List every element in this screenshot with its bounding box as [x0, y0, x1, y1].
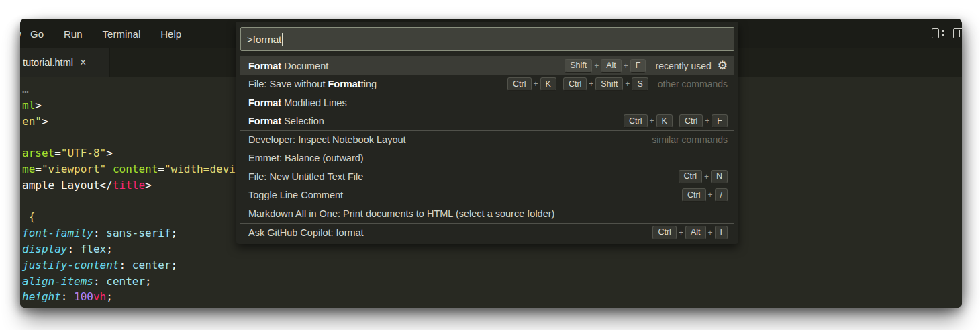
- code-token: title: [113, 179, 145, 192]
- split-editor-bar: [959, 30, 960, 37]
- tab-label: tutorial.html: [23, 57, 73, 68]
- customize-layout-dot: [942, 30, 944, 32]
- key-separator: +: [624, 61, 628, 71]
- code-token: >: [35, 99, 42, 112]
- keycap: Ctrl: [652, 226, 676, 239]
- command-text: Developer: Inspect Notebook Layout: [248, 134, 406, 145]
- group-label: other commands: [658, 79, 728, 89]
- command-row[interactable]: Markdown All in One: Print documents to …: [240, 204, 734, 223]
- text-cursor: [282, 33, 283, 46]
- command-row[interactable]: File: New Untitled Text FileCtrl+N: [240, 167, 734, 186]
- keybinding: Shift+Alt+F: [565, 59, 646, 73]
- command-match-highlight: Format: [248, 116, 281, 126]
- key-separator: +: [704, 172, 709, 181]
- group-label: similar commands: [652, 134, 728, 145]
- code-token: justify-content: [22, 259, 119, 272]
- command-palette-input[interactable]: >format: [240, 27, 734, 51]
- keybinding-chord: Ctrl+/: [682, 188, 728, 202]
- split-editor-rect: [953, 28, 962, 38]
- command-text: Toggle Line Comment: [248, 190, 343, 200]
- keybinding-chord: Ctrl+Alt+I: [652, 226, 728, 239]
- code-token: 100: [67, 290, 93, 303]
- keycap: Shift: [595, 77, 623, 91]
- menu-item-terminal[interactable]: Terminal: [95, 25, 149, 43]
- code-token: "viewport": [42, 163, 106, 175]
- menu-item-help[interactable]: Help: [152, 25, 189, 43]
- code-line: height: 100vh;: [22, 289, 962, 305]
- code-token: ;: [171, 259, 178, 272]
- key-separator: +: [679, 228, 683, 237]
- customize-layout-icon[interactable]: [932, 28, 944, 38]
- command-label: File: Save without Formatting: [248, 79, 499, 89]
- code-token: </: [100, 179, 113, 192]
- code-token: >: [106, 147, 113, 159]
- keybinding: Ctrl+N: [679, 170, 728, 183]
- keybinding: Ctrl+KCtrl+F: [624, 114, 728, 128]
- tab-tutorial-html[interactable]: tutorial.html ×: [20, 48, 110, 77]
- command-text: Markdown All in One: Print documents to …: [248, 208, 554, 219]
- command-label: File: New Untitled Text File: [248, 171, 671, 182]
- command-row[interactable]: Emmet: Balance (outward): [240, 149, 734, 168]
- keycap: N: [711, 170, 728, 183]
- command-match-highlight: Format: [248, 97, 281, 108]
- command-label: Toggle Line Comment: [248, 190, 674, 200]
- key-separator: +: [534, 79, 538, 89]
- command-text: Selection: [281, 116, 324, 126]
- code-token: flex: [74, 243, 106, 255]
- group-label: recently used: [655, 60, 711, 71]
- keybinding: Ctrl+Alt+I: [652, 226, 728, 239]
- command-text: Document: [281, 60, 328, 71]
- command-row[interactable]: Developer: Inspect Notebook Layoutsimila…: [240, 130, 734, 149]
- code-token: ;: [81, 306, 87, 308]
- command-row[interactable]: Format DocumentShift+Alt+Frecently used⚙: [240, 56, 734, 75]
- code-token: >: [145, 179, 152, 192]
- keycap: F: [630, 59, 646, 73]
- command-row[interactable]: Format SelectionCtrl+KCtrl+F: [240, 112, 734, 131]
- code-token: height: [22, 290, 61, 303]
- command-row[interactable]: Format Modified Lines: [240, 93, 734, 112]
- code-token: align-items: [22, 275, 93, 288]
- keycap: Ctrl: [679, 170, 702, 183]
- code-token: en": [22, 115, 42, 128]
- code-token: =: [35, 163, 42, 175]
- keycap: Alt: [601, 59, 622, 73]
- key-separator: +: [705, 116, 709, 126]
- command-row[interactable]: Toggle Line CommentCtrl+/: [240, 186, 734, 205]
- menu-item-run[interactable]: Run: [56, 25, 91, 43]
- code-token: =: [158, 163, 164, 175]
- keybinding-chord: Ctrl+Shift+S: [563, 77, 648, 91]
- code-token: …: [22, 83, 29, 95]
- code-token: ml: [22, 99, 35, 112]
- close-icon[interactable]: ×: [80, 57, 86, 68]
- code-token: :: [93, 226, 100, 239]
- keycap: Ctrl: [563, 77, 587, 91]
- command-palette-query: >format: [247, 34, 281, 45]
- code-token: :: [61, 290, 68, 303]
- keybinding: Ctrl+KCtrl+Shift+S: [507, 77, 648, 91]
- code-token: >: [42, 115, 48, 128]
- gear-icon[interactable]: ⚙: [718, 60, 728, 71]
- keybinding-chord: Ctrl+N: [679, 170, 728, 183]
- keycap: Ctrl: [624, 114, 647, 128]
- keybinding-chord: Shift+Alt+F: [565, 59, 646, 73]
- command-label: Markdown All in One: Print documents to …: [248, 208, 728, 219]
- code-token: ;: [145, 275, 152, 288]
- keybinding-chord: Ctrl+K: [507, 77, 556, 91]
- code-token: display: [22, 243, 67, 255]
- keybinding-chord: Ctrl+K: [624, 114, 673, 128]
- key-separator: +: [708, 190, 713, 200]
- menu-item-go[interactable]: Go: [22, 25, 52, 43]
- key-separator: +: [625, 79, 630, 89]
- keycap: /: [715, 188, 728, 202]
- code-token: 0: [67, 306, 80, 308]
- command-row[interactable]: File: Save without FormattingCtrl+KCtrl+…: [240, 75, 734, 94]
- keycap: F: [712, 114, 728, 128]
- keycap: K: [656, 114, 673, 128]
- command-label: Format Modified Lines: [248, 97, 728, 108]
- command-match-highlight: Format: [248, 60, 281, 71]
- command-row[interactable]: Ask GitHub Copilot: formatCtrl+Alt+I: [240, 223, 734, 242]
- code-token: margin: [22, 306, 61, 308]
- command-label: Developer: Inspect Notebook Layout: [248, 134, 642, 145]
- command-text: File: Save without: [248, 79, 328, 89]
- split-editor-icon[interactable]: [953, 28, 962, 38]
